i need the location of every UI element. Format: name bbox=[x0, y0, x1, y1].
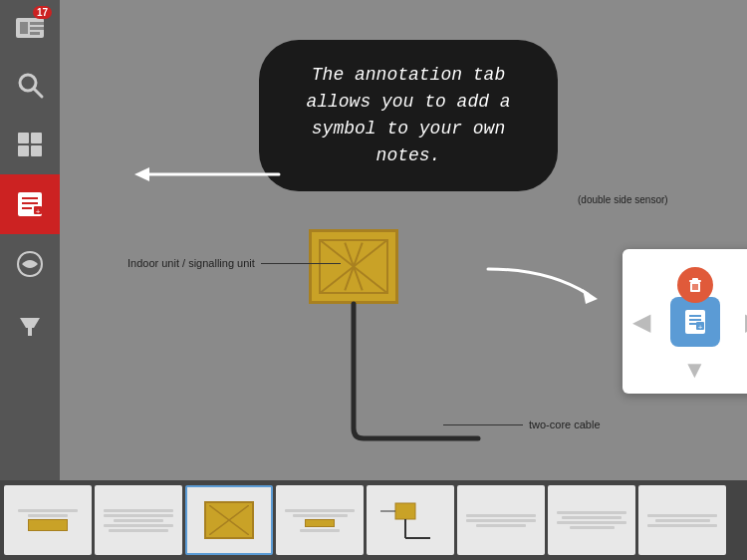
thumb-line bbox=[285, 509, 355, 512]
panels-icon bbox=[14, 129, 46, 160]
document-icon: + bbox=[680, 307, 710, 337]
more-icon bbox=[14, 308, 46, 340]
sidebar-item-annotation[interactable]: + bbox=[0, 174, 60, 234]
thumb-line bbox=[300, 529, 340, 532]
thumb-4-inner bbox=[276, 485, 364, 555]
cable-label-line bbox=[443, 424, 523, 425]
trash-button[interactable] bbox=[677, 267, 713, 303]
thumb-line bbox=[104, 514, 173, 517]
label-sensor: (double side sensor) bbox=[578, 194, 668, 205]
svg-line-6 bbox=[34, 89, 42, 97]
symbol-center: ▲ ▼ ◀ ▶ bbox=[622, 249, 747, 394]
indoor-unit-label-text: Indoor unit / signalling unit bbox=[127, 257, 255, 269]
svg-rect-36 bbox=[395, 503, 415, 519]
filmstrip-thumb-4[interactable] bbox=[276, 485, 364, 555]
thumb-line bbox=[557, 521, 626, 524]
filmstrip-thumb-8[interactable] bbox=[638, 485, 726, 555]
thumb-6-inner bbox=[457, 485, 545, 555]
svg-rect-3 bbox=[30, 27, 44, 30]
thumb-line bbox=[18, 509, 78, 512]
symbols-icon bbox=[14, 248, 46, 280]
thumb-element bbox=[305, 519, 335, 527]
arrow-left-icon: ◀ bbox=[632, 308, 650, 336]
thumb-line bbox=[647, 524, 717, 527]
arrow-left bbox=[124, 154, 284, 198]
svg-rect-9 bbox=[18, 145, 29, 156]
document-icon-center[interactable]: + bbox=[670, 297, 720, 347]
sidebar-item-more[interactable] bbox=[0, 294, 60, 354]
thumb-line bbox=[647, 514, 717, 517]
svg-rect-2 bbox=[30, 22, 44, 25]
thumb-7-inner bbox=[548, 485, 635, 555]
bubble-text: The annotation tab allows you to add a s… bbox=[287, 62, 530, 169]
thumb-3-inner bbox=[187, 487, 271, 553]
svg-rect-4 bbox=[30, 32, 40, 35]
arrow-down-icon: ▼ bbox=[683, 356, 707, 384]
thumb-unit-icon bbox=[209, 505, 249, 535]
svg-rect-8 bbox=[31, 133, 42, 143]
sidebar-item-symbols[interactable] bbox=[0, 234, 60, 294]
thumb-line bbox=[104, 524, 173, 527]
label-indoor-unit: Indoor unit / signalling unit bbox=[127, 257, 341, 269]
thumb-line bbox=[104, 509, 173, 512]
thumb-line bbox=[293, 514, 348, 517]
filmstrip bbox=[0, 480, 747, 560]
thumb-line bbox=[466, 519, 536, 522]
filmstrip-thumb-5[interactable] bbox=[367, 485, 454, 555]
thumb-5-inner bbox=[367, 485, 454, 555]
thumb-element bbox=[28, 519, 68, 531]
annotation-bubble: The annotation tab allows you to add a s… bbox=[259, 40, 558, 191]
thumb-line bbox=[655, 519, 710, 522]
sidebar-item-panels[interactable] bbox=[0, 115, 60, 174]
thumb-line bbox=[570, 526, 615, 529]
filmstrip-thumb-1[interactable] bbox=[4, 485, 92, 555]
svg-rect-24 bbox=[692, 278, 698, 281]
filmstrip-thumb-2[interactable] bbox=[95, 485, 182, 555]
thumb-line bbox=[476, 524, 526, 527]
thumb-2-inner bbox=[95, 485, 182, 555]
filmstrip-thumb-3[interactable] bbox=[185, 485, 273, 555]
sidebar-item-search[interactable] bbox=[0, 55, 60, 115]
svg-rect-10 bbox=[31, 145, 42, 156]
filmstrip-thumb-7[interactable] bbox=[548, 485, 635, 555]
svg-rect-1 bbox=[20, 22, 28, 34]
svg-rect-7 bbox=[18, 133, 29, 143]
thumb-line bbox=[557, 511, 626, 514]
svg-marker-18 bbox=[134, 167, 149, 181]
cable-label-text: two-core cable bbox=[529, 419, 601, 430]
library-badge: 17 bbox=[33, 6, 52, 19]
symbol-popup[interactable]: ▲ ▼ ◀ ▶ bbox=[622, 249, 747, 394]
thumb-line bbox=[114, 519, 163, 522]
thumb-line bbox=[466, 514, 536, 517]
sidebar: 17 + bbox=[0, 0, 60, 480]
search-icon bbox=[14, 69, 46, 101]
main-canvas: The annotation tab allows you to add a s… bbox=[60, 0, 747, 480]
svg-rect-17 bbox=[28, 328, 32, 336]
svg-text:+: + bbox=[697, 323, 702, 332]
thumb-8-inner bbox=[638, 485, 726, 555]
annotation-icon: + bbox=[14, 188, 46, 220]
indoor-unit-label-line bbox=[261, 263, 341, 264]
filmstrip-thumb-6[interactable] bbox=[457, 485, 545, 555]
trash-icon bbox=[685, 275, 705, 295]
thumb-line bbox=[109, 529, 168, 532]
bubble-shape: The annotation tab allows you to add a s… bbox=[259, 40, 558, 191]
thumb-line bbox=[562, 516, 622, 519]
label-cable: two-core cable bbox=[443, 419, 601, 430]
svg-marker-19 bbox=[583, 289, 598, 304]
thumb-unit bbox=[204, 501, 254, 539]
sidebar-item-library[interactable]: 17 bbox=[0, 0, 60, 55]
thumb-5-svg bbox=[371, 493, 450, 548]
svg-text:+: + bbox=[36, 207, 41, 216]
thumb-line bbox=[28, 514, 68, 517]
thumb-1-inner bbox=[4, 485, 92, 555]
